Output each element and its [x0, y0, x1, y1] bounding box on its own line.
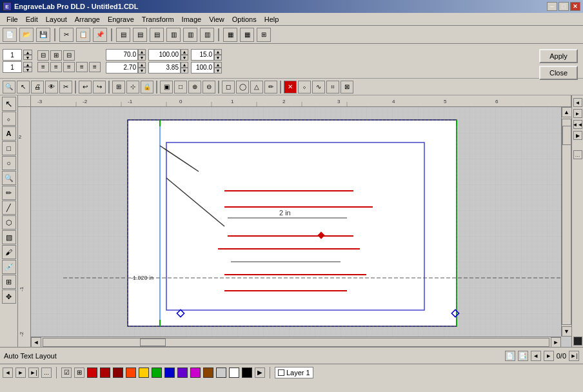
- menu-layout[interactable]: Layout: [42, 14, 71, 24]
- pattern-btn2[interactable]: ⊞: [50, 50, 62, 61]
- menu-options[interactable]: Options: [228, 14, 261, 24]
- tool-zoom[interactable]: 🔍: [2, 171, 16, 185]
- status-next[interactable]: ►: [544, 351, 554, 361]
- color-gray[interactable]: [216, 368, 226, 378]
- pattern-btn8[interactable]: ≡: [89, 62, 101, 72]
- value4-input[interactable]: [106, 62, 138, 74]
- maximize-button[interactable]: □: [558, 2, 569, 11]
- status-prev[interactable]: ◄: [531, 351, 541, 361]
- field2-down[interactable]: ▼: [23, 67, 32, 72]
- color-black[interactable]: [242, 368, 252, 378]
- status-btn2[interactable]: 📑: [518, 351, 528, 361]
- scroll-thumb-v[interactable]: [562, 126, 571, 145]
- redo-btn[interactable]: ↪: [93, 81, 106, 93]
- layer-prev[interactable]: ◄: [3, 368, 13, 378]
- tool-move[interactable]: ✥: [2, 289, 16, 304]
- scroll-thumb-h[interactable]: [140, 338, 166, 346]
- zoom-in-btn[interactable]: 🔍: [3, 81, 15, 93]
- select-btn[interactable]: ↖: [17, 81, 30, 93]
- color-magenta[interactable]: [190, 368, 201, 378]
- field1-input[interactable]: [3, 49, 22, 61]
- group-btn[interactable]: ▣: [160, 81, 173, 93]
- color-brown[interactable]: [203, 368, 213, 378]
- pattern-btn5[interactable]: ≡: [50, 62, 62, 72]
- scrollbar-bottom[interactable]: ◄ ►: [31, 337, 561, 347]
- value6-input[interactable]: [191, 62, 214, 74]
- v3-down[interactable]: ▼: [214, 55, 222, 61]
- ungroup-btn[interactable]: □: [174, 81, 187, 93]
- tool-pen[interactable]: ✏: [2, 186, 16, 200]
- color-orange[interactable]: [126, 368, 136, 378]
- tool-line[interactable]: ╱: [2, 201, 16, 215]
- scroll-down-btn[interactable]: ▼: [562, 326, 572, 337]
- menu-arrange[interactable]: Arrange: [71, 14, 104, 24]
- rp-btn5[interactable]: …: [573, 150, 582, 159]
- color-blue[interactable]: [164, 368, 175, 378]
- tool-poly[interactable]: ⬡: [2, 215, 16, 230]
- field1-up[interactable]: ▲: [23, 50, 32, 55]
- align-top-button[interactable]: ▥: [166, 28, 181, 42]
- grid-btn[interactable]: ⊞: [112, 81, 125, 93]
- v2-down[interactable]: ▼: [181, 55, 188, 61]
- rp-btn3[interactable]: ◄◄: [573, 120, 582, 129]
- menu-engrave[interactable]: Engrave: [104, 14, 138, 24]
- draw1-btn[interactable]: ◻: [222, 81, 235, 93]
- bezier-btn[interactable]: ∿: [312, 81, 325, 93]
- scrollbar-right[interactable]: ▲ ▼: [561, 107, 571, 337]
- menu-view[interactable]: View: [205, 14, 228, 24]
- value5-input[interactable]: [148, 62, 181, 74]
- paste-button[interactable]: 📌: [93, 28, 107, 42]
- value3-input[interactable]: [191, 49, 214, 61]
- node-btn[interactable]: ⬦: [298, 81, 311, 93]
- color-red3[interactable]: [113, 368, 123, 378]
- lock-btn[interactable]: 🔒: [141, 81, 153, 93]
- tool-select[interactable]: ↖: [2, 97, 16, 111]
- menu-help[interactable]: Help: [261, 14, 283, 24]
- copy-button[interactable]: 📋: [76, 28, 90, 42]
- menu-edit[interactable]: Edit: [22, 14, 42, 24]
- new-button[interactable]: 📄: [3, 28, 17, 42]
- combine-btn[interactable]: ⊕: [188, 81, 201, 93]
- v1-down[interactable]: ▼: [138, 55, 146, 61]
- rp-btn1[interactable]: ◄: [573, 98, 582, 107]
- status-btn1[interactable]: 📄: [505, 351, 515, 361]
- draw3-btn[interactable]: △: [250, 81, 263, 93]
- color-green[interactable]: [152, 368, 162, 378]
- delete-btn[interactable]: ✕: [284, 81, 297, 93]
- scroll-up-btn[interactable]: ▲: [562, 107, 572, 117]
- scissors-btn[interactable]: ✂: [59, 81, 72, 93]
- tool-fill[interactable]: ▧: [2, 230, 16, 244]
- layer-dots[interactable]: …: [41, 368, 52, 378]
- tool9[interactable]: ⊞: [257, 28, 271, 42]
- tool-crop[interactable]: ⊞: [2, 275, 16, 289]
- v6-up[interactable]: ▲: [214, 62, 222, 68]
- tool-paint[interactable]: 🖌: [2, 245, 16, 259]
- pattern-btn7[interactable]: ≡: [76, 62, 88, 72]
- rp-btn4[interactable]: ▶: [573, 131, 582, 140]
- draw4-btn[interactable]: ✏: [264, 81, 277, 93]
- path-btn[interactable]: ⌗: [326, 81, 339, 93]
- value1-input[interactable]: [106, 49, 138, 61]
- close-button[interactable]: Close: [539, 66, 578, 80]
- pattern-btn3[interactable]: ⊟: [63, 50, 75, 61]
- tool-node[interactable]: ⬦: [2, 112, 16, 126]
- tool-text[interactable]: A: [2, 126, 16, 141]
- align-middle-button[interactable]: ▥: [183, 28, 197, 42]
- menu-file[interactable]: File: [3, 14, 22, 24]
- pattern-btn4[interactable]: ≡: [37, 62, 49, 72]
- align-bottom-button[interactable]: ▥: [200, 28, 214, 42]
- apply-button[interactable]: Apply: [539, 49, 578, 63]
- v3-up[interactable]: ▲: [214, 49, 222, 55]
- undo-btn[interactable]: ↩: [79, 81, 92, 93]
- rp-black-btn[interactable]: [573, 337, 582, 346]
- tool-ellipse[interactable]: ○: [2, 156, 16, 170]
- print-btn[interactable]: 🖨: [31, 81, 44, 93]
- color-yellow[interactable]: [139, 368, 149, 378]
- minimize-button[interactable]: ─: [547, 2, 557, 11]
- field1-down[interactable]: ▼: [23, 55, 32, 60]
- break-btn[interactable]: ⊖: [203, 81, 215, 93]
- draw2-btn[interactable]: ◯: [236, 81, 249, 93]
- v2-up[interactable]: ▲: [181, 49, 188, 55]
- v5-up[interactable]: ▲: [181, 62, 188, 68]
- color-red2[interactable]: [100, 368, 110, 378]
